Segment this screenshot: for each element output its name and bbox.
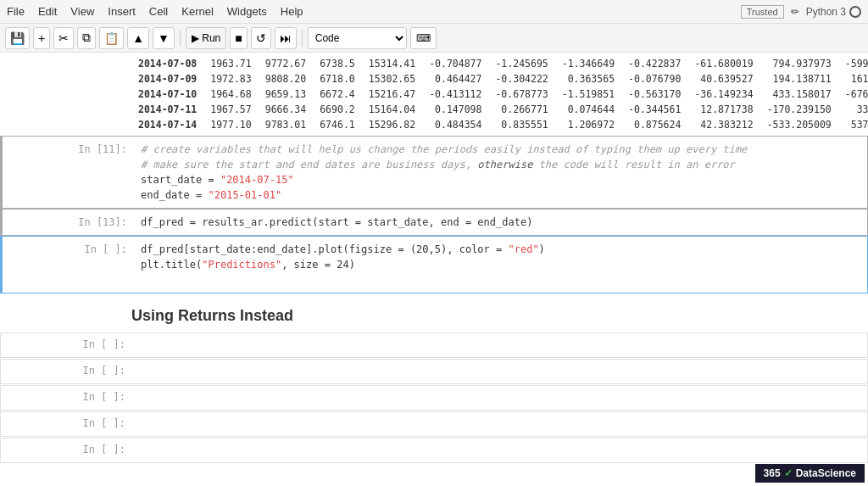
keyboard-button[interactable]: ⌨ — [410, 27, 437, 49]
watermark: 365 ✓ DataScience — [755, 464, 865, 483]
empty-cell-1: In [ ]: — [0, 359, 868, 384]
table-row: 2014-07-111967.579666.346690.215164.040.… — [131, 102, 868, 117]
cell-active-cursor — [141, 272, 860, 288]
menu-help[interactable]: Help — [281, 5, 303, 18]
table-row: 2014-07-081963.719772.676738.515314.41-0… — [131, 56, 868, 71]
trusted-badge: Trusted — [741, 5, 784, 19]
cell-type-select[interactable]: Code Markdown Raw NBConvert — [308, 27, 407, 49]
main-content: 2014-07-081963.719772.676738.515314.41-0… — [0, 53, 868, 486]
empty-cell-2: In [ ]: — [0, 385, 868, 411]
copy-button[interactable]: ⧉ — [77, 27, 96, 49]
cell-11-line-1: # create variables that will help us cha… — [141, 142, 860, 157]
add-cell-button[interactable]: + — [33, 27, 50, 49]
menu-view[interactable]: View — [70, 5, 94, 18]
menu-widgets[interactable]: Widgets — [227, 5, 267, 18]
cut-button[interactable]: ✂ — [53, 27, 74, 49]
kernel-status-icon — [849, 6, 861, 18]
menu-edit[interactable]: Edit — [38, 5, 57, 18]
table-row: 2014-07-141977.109783.016746.115296.820.… — [131, 117, 868, 132]
menu-items: File Edit View Insert Cell Kernel Widget… — [7, 5, 303, 18]
cell-active-line-1: df_pred[start_date:end_date].plot(figsiz… — [141, 242, 860, 257]
cell-11-prompt: In [11]: — [3, 137, 134, 208]
menu-cell[interactable]: Cell — [149, 5, 168, 18]
cell-active-content[interactable]: df_pred[start_date:end_date].plot(figsiz… — [134, 237, 867, 293]
cell-11-line-2: # make sure the start and end dates are … — [141, 157, 860, 172]
move-down-button[interactable]: ▼ — [153, 27, 175, 49]
stop-button[interactable]: ■ — [230, 27, 247, 49]
empty-cell-content-4[interactable] — [132, 439, 867, 462]
empty-cell-prompt-3: In [ ]: — [1, 412, 132, 436]
empty-cell-content-3[interactable] — [132, 412, 867, 436]
section-heading: Using Returns Instead — [0, 293, 868, 332]
menu-bar: File Edit View Insert Cell Kernel Widget… — [0, 0, 868, 24]
empty-cells-container: In [ ]: In [ ]: In [ ]: In [ ]: In [ ]: — [0, 332, 868, 463]
menu-right: Trusted ✏ Python 3 — [741, 5, 861, 19]
run-button[interactable]: ▶ Run — [186, 27, 226, 49]
table-row: 2014-07-091972.839808.206718.015302.650.… — [131, 71, 868, 87]
empty-cell-prompt-0: In [ ]: — [1, 333, 132, 357]
empty-cell-content-0[interactable] — [132, 333, 867, 357]
cell-11-content[interactable]: # create variables that will help us cha… — [134, 137, 867, 208]
menu-file[interactable]: File — [7, 5, 25, 18]
edit-icon: ✏ — [791, 6, 799, 18]
python-badge: Python 3 — [806, 6, 861, 18]
restart-button[interactable]: ↺ — [251, 27, 271, 49]
data-table: 2014-07-081963.719772.676738.515314.41-0… — [131, 56, 868, 132]
save-button[interactable]: 💾 — [5, 27, 30, 49]
watermark-name: DataScience — [796, 467, 856, 479]
cell-active-line-2: plt.title("Predictions", size = 24) — [141, 257, 860, 272]
cell-11-line-4: end_date = "2015-01-01" — [141, 187, 860, 203]
table-row: 2014-07-101964.689659.136672.415216.47-0… — [131, 87, 868, 102]
watermark-checkmark: ✓ — [784, 467, 793, 479]
watermark-brand: 365 — [764, 467, 781, 479]
table-section: 2014-07-081963.719772.676738.515314.41-0… — [0, 53, 868, 136]
toolbar: 💾 + ✂ ⧉ 📋 ▲ ▼ ▶ Run ■ ↺ ⏭ Code Markdown … — [0, 24, 868, 53]
empty-cell-prompt-2: In [ ]: — [1, 386, 132, 410]
cell-active: In [ ]: df_pred[start_date:end_date].plo… — [0, 236, 868, 293]
cell-11: In [11]: # create variables that will he… — [0, 136, 868, 209]
empty-cell-0: In [ ]: — [0, 332, 868, 358]
empty-cell-prompt-4: In [ ]: — [1, 439, 132, 462]
empty-cell-content-1[interactable] — [132, 360, 867, 383]
cell-13-code: df_pred = results_ar.predict(start = sta… — [141, 215, 860, 230]
cell-13-prompt: In [13]: — [3, 209, 134, 235]
menu-insert[interactable]: Insert — [108, 5, 136, 18]
toolbar-divider-1 — [180, 30, 181, 47]
toolbar-divider-2 — [302, 30, 303, 47]
cell-active-prompt: In [ ]: — [3, 237, 134, 293]
empty-cell-prompt-1: In [ ]: — [1, 360, 132, 383]
menu-kernel[interactable]: Kernel — [181, 5, 214, 18]
empty-cell-content-2[interactable] — [132, 386, 867, 410]
restart-ff-button[interactable]: ⏭ — [275, 27, 297, 49]
cell-11-line-3: start_date = "2014-07-15" — [141, 172, 860, 187]
cell-13: In [13]: df_pred = results_ar.predict(st… — [0, 209, 868, 236]
move-up-button[interactable]: ▲ — [127, 27, 149, 49]
cell-13-content[interactable]: df_pred = results_ar.predict(start = sta… — [134, 209, 867, 235]
empty-cell-3: In [ ]: — [0, 411, 868, 437]
empty-cell-4: In [ ]: — [0, 438, 868, 463]
paste-button[interactable]: 📋 — [99, 27, 124, 49]
table-wrapper: 2014-07-081963.719772.676738.515314.41-0… — [0, 53, 868, 136]
